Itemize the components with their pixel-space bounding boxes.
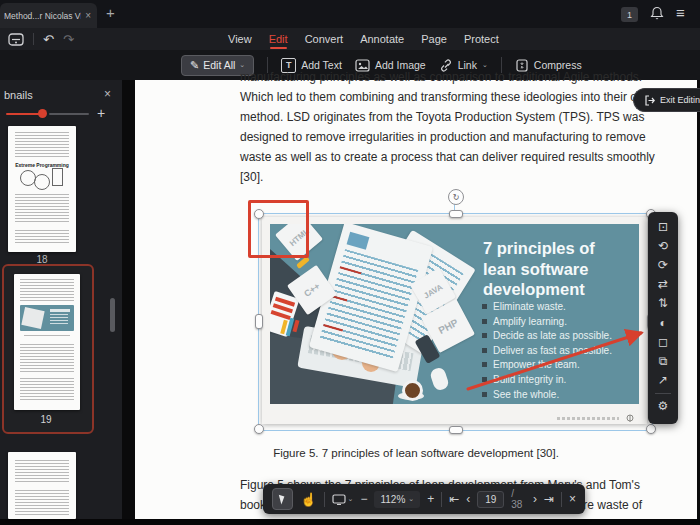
thumb-diagram <box>34 174 50 190</box>
bottom-strip <box>0 519 700 525</box>
zoom-in-thumbnails-button[interactable]: + <box>97 105 105 121</box>
resize-handle-left[interactable] <box>255 314 263 329</box>
menu-view[interactable]: View <box>228 33 252 45</box>
page-number-input[interactable]: 19 <box>477 491 504 508</box>
thumb-text-lines <box>15 132 69 158</box>
tab-close-icon[interactable]: × <box>85 11 91 21</box>
thumbnails-panel: bnails × + Extreme Programming 18 19 <box>0 80 122 519</box>
exit-editing-button[interactable]: Exit Editing M <box>633 88 700 112</box>
close-toolbar-button[interactable]: × <box>569 493 576 505</box>
text-line: Which led to them combining and transfor… <box>240 87 655 107</box>
menu-edit[interactable]: Edit <box>269 33 288 45</box>
text-line: [30]. <box>240 167 655 187</box>
menu-bar: ↶ ↷ View Edit Convert Annotate Page Prot… <box>0 28 700 50</box>
menu-annotate[interactable]: Annotate <box>360 33 404 45</box>
flip-horizontal-icon[interactable]: ⇄ <box>648 275 678 294</box>
view-navigation-toolbar: ☝ ⌄ − 112% ⌄ + ⇤ ‹ 19 / 38 › ⇥ × <box>263 484 585 514</box>
notification-badge[interactable]: 1 <box>621 7 638 22</box>
select-tool-button[interactable] <box>272 488 293 510</box>
thumbnail-size-slider[interactable] <box>6 113 40 115</box>
edit-all-label: Edit All <box>203 59 235 71</box>
exit-icon <box>644 95 655 106</box>
first-page-button[interactable]: ⇤ <box>449 493 459 505</box>
thumbnail-page-19-selected[interactable]: 19 <box>2 264 94 434</box>
hamburger-menu-icon[interactable]: ≡ <box>676 4 685 21</box>
thumb-text-lines <box>20 378 74 402</box>
panel-close-icon[interactable]: × <box>104 87 111 101</box>
zoom-in-button[interactable]: + <box>427 493 434 505</box>
hand-tool-icon[interactable]: ☝ <box>300 493 316 506</box>
text-line: designed to remove irregularities in pro… <box>240 127 655 147</box>
title-bar: Method...r Nicolas Viera × + 1 ≡ <box>0 0 700 28</box>
undo-icon[interactable]: ↶ <box>43 33 54 46</box>
last-page-button[interactable]: ⇥ <box>544 493 554 505</box>
thumb-text-lines <box>20 344 74 372</box>
thumb-heading: Extreme Programming <box>8 162 76 168</box>
extract-image-icon[interactable]: ↗ <box>648 371 678 390</box>
zoom-level-value: 112% <box>380 494 405 505</box>
rectangle-annotation[interactable] <box>248 200 309 258</box>
resize-handle-bottom[interactable] <box>449 426 463 434</box>
text-line: manufacturing principles as well as comp… <box>240 67 655 87</box>
menu-protect[interactable]: Protect <box>464 33 499 45</box>
thumb-image <box>20 305 74 331</box>
tab-title: Method...r Nicolas Viera <box>4 11 81 21</box>
frame-crop-icon[interactable]: ◻ <box>648 332 678 351</box>
resize-handle-bottom-left[interactable] <box>254 424 264 434</box>
image-selection-outline[interactable] <box>258 213 653 431</box>
thumb-text-lines <box>15 194 69 224</box>
cursor-icon <box>279 494 286 505</box>
thumbnail-page-20[interactable] <box>8 452 76 519</box>
document-tab[interactable]: Method...r Nicolas Viera × <box>0 3 97 28</box>
thumb-text-lines <box>15 460 69 484</box>
menu-convert[interactable]: Convert <box>305 33 344 45</box>
redo-icon[interactable]: ↷ <box>63 33 74 46</box>
sidebar-scrollbar[interactable] <box>110 298 115 332</box>
divider <box>561 492 562 507</box>
thumb-caption-line <box>24 335 70 338</box>
page-total: / 38 <box>511 488 526 510</box>
main-menus: View Edit Convert Annotate Page Protect <box>228 28 499 50</box>
bell-icon[interactable] <box>650 6 664 21</box>
thumb-page-number: 19 <box>4 414 88 425</box>
monitor-icon <box>332 494 346 505</box>
opacity-icon[interactable]: ◐ <box>648 313 678 332</box>
image-tools-toolbar: ⊡ ⟲ ⟳ ⇄ ⇅ ◐ ◻ ⧉ ↗ ⚙ <box>648 212 678 424</box>
divider <box>441 492 442 507</box>
next-page-button[interactable]: › <box>533 493 537 505</box>
divider <box>655 393 671 394</box>
flip-vertical-icon[interactable]: ⇅ <box>648 294 678 313</box>
zoom-out-button[interactable]: − <box>360 493 367 505</box>
thumb-diagram <box>52 168 63 186</box>
new-tab-button[interactable]: + <box>106 4 115 21</box>
figure-caption[interactable]: Figure 5. 7 principles of lean software … <box>135 447 697 459</box>
text-line: method. LSD originates from the Toyota P… <box>240 107 655 127</box>
pencil-icon: ✎ <box>190 59 199 72</box>
thumbnail-page-18[interactable]: Extreme Programming <box>8 126 76 252</box>
resize-handle-top[interactable] <box>449 210 463 218</box>
previous-page-button[interactable]: ‹ <box>466 493 470 505</box>
rotate-left-icon[interactable]: ⟲ <box>648 236 678 255</box>
divider <box>33 33 34 45</box>
paragraph-1[interactable]: manufacturing principles as well as comp… <box>240 67 655 187</box>
thumb-text-lines <box>15 230 69 244</box>
thumb-text-lines <box>15 490 69 516</box>
rotate-right-icon[interactable]: ⟳ <box>648 255 678 274</box>
view-mode-button[interactable]: ⌄ <box>332 494 354 505</box>
menu-page[interactable]: Page <box>421 33 447 45</box>
zoom-level-select[interactable]: 112% ⌄ <box>374 491 420 508</box>
crop-icon[interactable]: ⊡ <box>648 217 678 236</box>
rotate-handle[interactable]: ↻ <box>448 189 464 205</box>
divider <box>324 492 325 507</box>
properties-icon[interactable]: ⚙ <box>648 397 678 416</box>
panel-title: bnails <box>4 89 33 101</box>
slider-track[interactable] <box>49 113 89 115</box>
text-line: waste as well as to create a process tha… <box>240 147 655 167</box>
chevron-down-icon: ⌄ <box>408 495 414 503</box>
replace-image-icon[interactable]: ⧉ <box>648 351 678 370</box>
slider-knob[interactable] <box>38 109 47 118</box>
exit-editing-label: Exit Editing M <box>660 95 700 105</box>
thumb-text-lines <box>20 279 74 301</box>
resize-handle-bottom-right[interactable] <box>646 424 656 434</box>
save-icon[interactable] <box>8 33 24 46</box>
